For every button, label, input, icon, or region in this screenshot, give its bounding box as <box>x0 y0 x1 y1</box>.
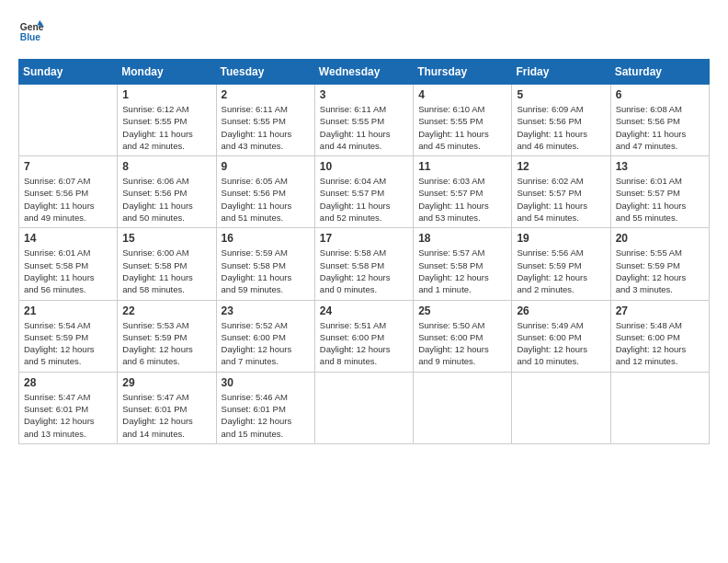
calendar-cell: 24Sunrise: 5:51 AM Sunset: 6:00 PM Dayli… <box>314 300 413 372</box>
calendar-cell: 14Sunrise: 6:01 AM Sunset: 5:58 PM Dayli… <box>19 228 118 300</box>
day-number: 8 <box>122 160 210 173</box>
day-number: 11 <box>418 160 506 173</box>
day-number: 28 <box>24 376 112 389</box>
calendar-week-row: 14Sunrise: 6:01 AM Sunset: 5:58 PM Dayli… <box>19 228 710 300</box>
calendar-cell: 29Sunrise: 5:47 AM Sunset: 6:01 PM Dayli… <box>118 372 216 443</box>
day-info: Sunrise: 6:01 AM Sunset: 5:58 PM Dayligh… <box>24 247 112 295</box>
logo-icon: General Blue <box>18 18 44 44</box>
calendar-cell: 1Sunrise: 6:12 AM Sunset: 5:55 PM Daylig… <box>118 85 216 156</box>
day-info: Sunrise: 5:57 AM Sunset: 5:58 PM Dayligh… <box>418 247 506 295</box>
calendar-cell: 9Sunrise: 6:05 AM Sunset: 5:56 PM Daylig… <box>216 156 314 228</box>
calendar-cell: 19Sunrise: 5:56 AM Sunset: 5:59 PM Dayli… <box>512 228 610 300</box>
calendar-cell: 21Sunrise: 5:54 AM Sunset: 5:59 PM Dayli… <box>19 300 118 372</box>
day-info: Sunrise: 6:00 AM Sunset: 5:58 PM Dayligh… <box>122 247 210 295</box>
day-number: 22 <box>122 304 210 317</box>
day-number: 16 <box>222 232 310 245</box>
calendar-week-row: 21Sunrise: 5:54 AM Sunset: 5:59 PM Dayli… <box>19 300 710 372</box>
day-number: 13 <box>616 160 704 173</box>
calendar-cell: 26Sunrise: 5:49 AM Sunset: 6:00 PM Dayli… <box>512 300 610 372</box>
day-number: 25 <box>418 304 506 317</box>
calendar-cell: 2Sunrise: 6:11 AM Sunset: 5:55 PM Daylig… <box>216 85 314 156</box>
day-number: 7 <box>24 160 112 173</box>
day-info: Sunrise: 6:09 AM Sunset: 5:56 PM Dayligh… <box>517 103 605 152</box>
day-number: 23 <box>222 304 310 317</box>
calendar-cell: 11Sunrise: 6:03 AM Sunset: 5:57 PM Dayli… <box>414 156 512 228</box>
day-number: 29 <box>122 376 210 389</box>
calendar-cell: 27Sunrise: 5:48 AM Sunset: 6:00 PM Dayli… <box>610 300 709 372</box>
day-number: 12 <box>517 160 605 173</box>
calendar-header-row: SundayMondayTuesdayWednesdayThursdayFrid… <box>19 60 710 85</box>
weekday-header-monday: Monday <box>118 60 216 85</box>
calendar-cell: 20Sunrise: 5:55 AM Sunset: 5:59 PM Dayli… <box>610 228 709 300</box>
calendar-cell: 6Sunrise: 6:08 AM Sunset: 5:56 PM Daylig… <box>610 85 709 156</box>
calendar-cell: 10Sunrise: 6:04 AM Sunset: 5:57 PM Dayli… <box>314 156 413 228</box>
day-number: 4 <box>418 88 506 101</box>
calendar-cell: 3Sunrise: 6:11 AM Sunset: 5:55 PM Daylig… <box>314 85 413 156</box>
day-info: Sunrise: 6:11 AM Sunset: 5:55 PM Dayligh… <box>222 103 310 152</box>
day-info: Sunrise: 5:58 AM Sunset: 5:58 PM Dayligh… <box>320 247 408 295</box>
calendar-cell: 7Sunrise: 6:07 AM Sunset: 5:56 PM Daylig… <box>19 156 118 228</box>
day-info: Sunrise: 6:12 AM Sunset: 5:55 PM Dayligh… <box>122 103 210 152</box>
day-number: 9 <box>222 160 310 173</box>
calendar-cell: 15Sunrise: 6:00 AM Sunset: 5:58 PM Dayli… <box>118 228 216 300</box>
calendar-cell: 5Sunrise: 6:09 AM Sunset: 5:56 PM Daylig… <box>512 85 610 156</box>
calendar-cell <box>19 85 118 156</box>
calendar-cell: 4Sunrise: 6:10 AM Sunset: 5:55 PM Daylig… <box>414 85 512 156</box>
calendar-table: SundayMondayTuesdayWednesdayThursdayFrid… <box>18 59 710 444</box>
day-info: Sunrise: 5:47 AM Sunset: 6:01 PM Dayligh… <box>122 391 210 440</box>
day-info: Sunrise: 6:03 AM Sunset: 5:57 PM Dayligh… <box>418 175 506 224</box>
day-number: 19 <box>517 232 605 245</box>
day-number: 15 <box>122 232 210 245</box>
day-info: Sunrise: 5:52 AM Sunset: 6:00 PM Dayligh… <box>222 319 310 368</box>
day-info: Sunrise: 6:07 AM Sunset: 5:56 PM Dayligh… <box>24 175 112 224</box>
day-info: Sunrise: 5:49 AM Sunset: 6:00 PM Dayligh… <box>517 319 605 368</box>
day-info: Sunrise: 6:01 AM Sunset: 5:57 PM Dayligh… <box>616 175 704 224</box>
day-info: Sunrise: 5:50 AM Sunset: 6:00 PM Dayligh… <box>418 319 506 368</box>
page-header: General Blue <box>18 18 710 44</box>
logo: General Blue <box>18 18 48 44</box>
day-info: Sunrise: 6:02 AM Sunset: 5:57 PM Dayligh… <box>517 175 605 224</box>
calendar-cell: 22Sunrise: 5:53 AM Sunset: 5:59 PM Dayli… <box>118 300 216 372</box>
day-number: 21 <box>24 304 112 317</box>
day-number: 17 <box>320 232 408 245</box>
day-number: 5 <box>517 88 605 101</box>
calendar-cell: 28Sunrise: 5:47 AM Sunset: 6:01 PM Dayli… <box>19 372 118 443</box>
calendar-cell <box>414 372 512 443</box>
calendar-cell: 13Sunrise: 6:01 AM Sunset: 5:57 PM Dayli… <box>610 156 709 228</box>
calendar-cell: 8Sunrise: 6:06 AM Sunset: 5:56 PM Daylig… <box>118 156 216 228</box>
calendar-week-row: 1Sunrise: 6:12 AM Sunset: 5:55 PM Daylig… <box>19 85 710 156</box>
day-info: Sunrise: 5:48 AM Sunset: 6:00 PM Dayligh… <box>616 319 704 368</box>
day-number: 30 <box>222 376 310 389</box>
day-info: Sunrise: 6:10 AM Sunset: 5:55 PM Dayligh… <box>418 103 506 152</box>
calendar-week-row: 7Sunrise: 6:07 AM Sunset: 5:56 PM Daylig… <box>19 156 710 228</box>
day-info: Sunrise: 6:11 AM Sunset: 5:55 PM Dayligh… <box>320 103 408 152</box>
weekday-header-wednesday: Wednesday <box>314 60 413 85</box>
calendar-cell: 18Sunrise: 5:57 AM Sunset: 5:58 PM Dayli… <box>414 228 512 300</box>
calendar-cell <box>610 372 709 443</box>
day-number: 1 <box>122 88 210 101</box>
day-info: Sunrise: 5:56 AM Sunset: 5:59 PM Dayligh… <box>517 247 605 295</box>
weekday-header-friday: Friday <box>512 60 610 85</box>
day-number: 24 <box>320 304 408 317</box>
day-number: 10 <box>320 160 408 173</box>
day-info: Sunrise: 5:47 AM Sunset: 6:01 PM Dayligh… <box>24 391 112 440</box>
day-info: Sunrise: 5:51 AM Sunset: 6:00 PM Dayligh… <box>320 319 408 368</box>
day-info: Sunrise: 5:54 AM Sunset: 5:59 PM Dayligh… <box>24 319 112 368</box>
day-info: Sunrise: 5:53 AM Sunset: 5:59 PM Dayligh… <box>122 319 210 368</box>
calendar-cell: 23Sunrise: 5:52 AM Sunset: 6:00 PM Dayli… <box>216 300 314 372</box>
day-info: Sunrise: 5:59 AM Sunset: 5:58 PM Dayligh… <box>222 247 310 295</box>
weekday-header-thursday: Thursday <box>414 60 512 85</box>
calendar-cell: 30Sunrise: 5:46 AM Sunset: 6:01 PM Dayli… <box>216 372 314 443</box>
weekday-header-tuesday: Tuesday <box>216 60 314 85</box>
day-info: Sunrise: 5:46 AM Sunset: 6:01 PM Dayligh… <box>222 391 310 440</box>
calendar-cell: 25Sunrise: 5:50 AM Sunset: 6:00 PM Dayli… <box>414 300 512 372</box>
calendar-week-row: 28Sunrise: 5:47 AM Sunset: 6:01 PM Dayli… <box>19 372 710 443</box>
day-number: 3 <box>320 88 408 101</box>
day-info: Sunrise: 6:08 AM Sunset: 5:56 PM Dayligh… <box>616 103 704 152</box>
day-info: Sunrise: 5:55 AM Sunset: 5:59 PM Dayligh… <box>616 247 704 295</box>
day-number: 14 <box>24 232 112 245</box>
calendar-cell: 12Sunrise: 6:02 AM Sunset: 5:57 PM Dayli… <box>512 156 610 228</box>
calendar-cell <box>314 372 413 443</box>
calendar-cell: 17Sunrise: 5:58 AM Sunset: 5:58 PM Dayli… <box>314 228 413 300</box>
day-info: Sunrise: 6:06 AM Sunset: 5:56 PM Dayligh… <box>122 175 210 224</box>
